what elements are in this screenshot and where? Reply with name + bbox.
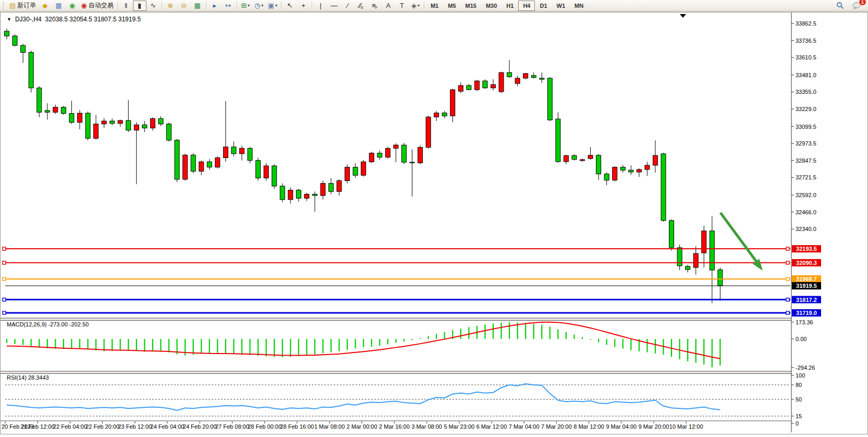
charts-window-button[interactable]: ▦ (52, 1, 65, 11)
fibonacci-button[interactable]: ≡F (368, 1, 382, 11)
line-anchor-marker[interactable] (3, 277, 6, 281)
chevron-down-icon[interactable]: ▾ (275, 3, 277, 8)
candle-body (85, 113, 90, 138)
new-order-button[interactable]: ▤新订单 (7, 1, 38, 11)
clock-icon: ◷ (254, 2, 260, 9)
timeframe-m30[interactable]: M30 (481, 1, 502, 11)
candle-body (321, 184, 325, 196)
panel-separator[interactable] (0, 318, 791, 321)
timeframe-h1[interactable]: H1 (502, 1, 518, 11)
tile-windows-button[interactable]: ▦ (191, 1, 204, 11)
chart-canvas[interactable]: 33862.533736.533610.533481.033355.033229… (0, 12, 868, 437)
templates-button[interactable]: ▣▾ (266, 1, 279, 11)
ohlc-bars-icon: ‖ (125, 2, 127, 9)
candlestick-chart-button[interactable]: ▮ (133, 1, 146, 11)
arrows-button[interactable]: ◈▾ (409, 1, 422, 11)
candle-body (499, 72, 504, 92)
chart-window: 33862.533736.533610.533481.033355.033229… (0, 12, 868, 437)
text-label-button[interactable]: T (395, 1, 409, 11)
candle-body (61, 107, 66, 114)
candle-body (175, 140, 179, 179)
date-tick-label: 7 Mar 04:00 (509, 423, 540, 430)
rsi-tick-label: 80 (796, 382, 802, 388)
chart-dropdown-icon[interactable]: ▼ (7, 17, 11, 22)
zoom-in-button[interactable]: ⊕ (164, 1, 177, 11)
horizontal-line-button[interactable]: — (327, 1, 341, 11)
candle-body (669, 221, 674, 248)
candle-body (296, 190, 301, 199)
line-anchor-marker[interactable] (3, 261, 6, 264)
vline-icon: | (320, 2, 321, 9)
timeframe-d1[interactable]: D1 (535, 1, 552, 11)
autotrading-button[interactable]: ◉自动交易 (79, 1, 115, 11)
toolbar-grip (3, 2, 6, 9)
channel-button[interactable]: ∕∕E (354, 1, 368, 11)
candle-body (718, 270, 723, 286)
panel-separator[interactable] (0, 371, 791, 374)
signals-button[interactable]: ◉ (65, 1, 79, 11)
timeframe-d1-label: D1 (537, 3, 549, 9)
periods-button[interactable]: ◷▾ (252, 1, 266, 11)
candlestick-icon: ▮ (138, 2, 141, 9)
macd-indicator-label: MACD(12,26,9) -273.00 -202.50 (7, 321, 89, 327)
candle-body (94, 124, 99, 138)
price-tick-label: 33099.5 (796, 124, 816, 130)
macd-tick-label: 173.36 (796, 319, 813, 325)
line-anchor-marker[interactable] (786, 247, 789, 250)
resistance-line-1-price-flag: 32193.5 (792, 245, 821, 252)
text-icon: A (386, 2, 391, 9)
candle-body (385, 148, 390, 157)
date-tick-label: 9 Mar 20:00 (639, 423, 669, 430)
line-anchor-marker[interactable] (786, 277, 789, 281)
timeframe-w1-label: W1 (554, 3, 568, 9)
zoom-in-icon: ⊕ (167, 2, 173, 9)
line-anchor-marker[interactable] (3, 298, 6, 301)
notification-count-badge: 1 (859, 0, 866, 6)
date-tick-label: 10 Mar 12:00 (669, 423, 703, 430)
notifications-button[interactable]: 1 (850, 1, 863, 11)
line-chart-button[interactable]: ∿ (146, 1, 160, 11)
deposit-button[interactable]: ◆ (38, 1, 52, 11)
candle-body (596, 155, 601, 174)
zoom-out-button[interactable]: ⊖ (177, 1, 191, 11)
template-icon: ▣ (268, 2, 274, 9)
price-tick-label: 32847.5 (796, 157, 816, 164)
indicators-button[interactable]: ⊞▾ (239, 1, 252, 11)
auto-scroll-button[interactable]: ▸ (208, 1, 222, 11)
candle-body (288, 190, 293, 200)
line-anchor-marker[interactable] (786, 261, 789, 264)
line-anchor-marker[interactable] (3, 311, 6, 314)
vertical-line-button[interactable]: | (314, 1, 327, 11)
cursor-button[interactable]: ↖ (283, 1, 297, 11)
timeframe-h4[interactable]: H4 (518, 1, 535, 11)
rsi-tick-label: 0 (796, 420, 799, 427)
crosshair-button[interactable]: + (297, 1, 310, 11)
date-tick-label: 2 Mar 16:00 (379, 423, 410, 430)
timeframe-m15[interactable]: M15 (461, 1, 481, 11)
candle-body (353, 167, 358, 176)
candle-body (183, 155, 188, 179)
chart-shift-button[interactable]: ↦ (222, 1, 235, 11)
toolbar-separator (424, 2, 424, 10)
candle-body (337, 180, 341, 191)
resistance-line-2-price-flag: 32090.3 (792, 259, 821, 266)
chevron-down-icon[interactable]: ▾ (248, 3, 250, 8)
trendline-button[interactable]: ∕ (341, 1, 354, 11)
line-anchor-marker[interactable] (3, 247, 6, 250)
new-order-icon: ▤ (9, 2, 16, 9)
timeframe-m1[interactable]: M1 (426, 1, 443, 11)
timeframe-w1[interactable]: W1 (552, 1, 570, 11)
text-button[interactable]: A (382, 1, 395, 11)
search-button[interactable] (833, 1, 847, 11)
auto-scroll-icon: ▸ (213, 2, 216, 9)
svg-text:31817.2: 31817.2 (796, 297, 817, 303)
rsi-indicator-label: RSI(14) 28.3443 (7, 374, 49, 381)
line-anchor-marker[interactable] (786, 298, 789, 301)
support-line-orange-price-flag: 31969.7 (792, 275, 821, 283)
chevron-down-icon[interactable]: ▾ (418, 3, 420, 8)
timeframe-mn[interactable]: MN (570, 1, 588, 11)
line-anchor-marker[interactable] (786, 311, 789, 314)
chevron-down-icon[interactable]: ▾ (261, 3, 263, 8)
timeframe-m5[interactable]: M5 (443, 1, 460, 11)
bar-chart-button[interactable]: ‖ (119, 1, 133, 11)
